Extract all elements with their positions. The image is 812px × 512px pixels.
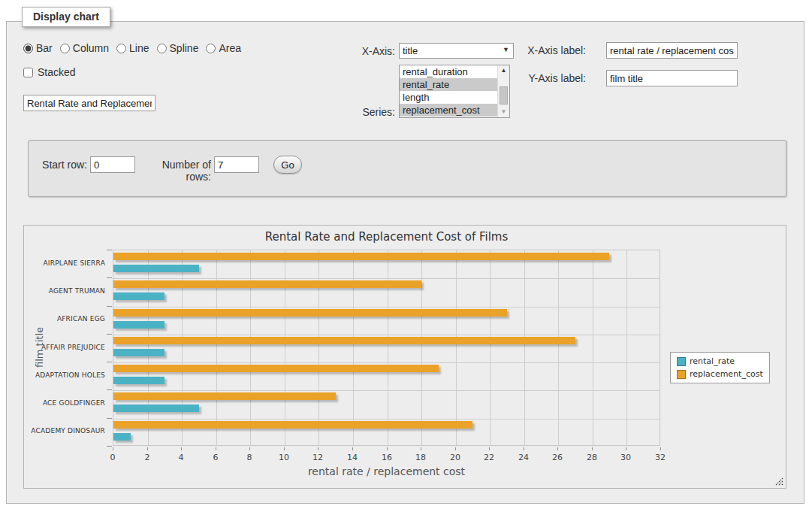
x-tick-label: 22 xyxy=(478,453,500,462)
x-tick xyxy=(592,447,593,450)
x-tick-label: 30 xyxy=(614,453,637,462)
chart-type-radio-line[interactable] xyxy=(116,44,126,53)
chart-type-label: Line xyxy=(129,42,149,54)
chart-type-option-area[interactable]: Area xyxy=(206,42,241,54)
gridline-vertical xyxy=(421,250,422,445)
num-rows-input[interactable] xyxy=(214,156,259,173)
bar-replacement_cost xyxy=(113,280,421,288)
series-option-replacement_cost[interactable]: replacement_cost xyxy=(400,104,497,117)
bar-rental_rate xyxy=(113,433,131,441)
y-tick xyxy=(107,389,112,390)
x-axis-label-label: X-Axis label: xyxy=(506,44,586,56)
legend-label: rental_rate xyxy=(690,356,735,366)
stacked-checkbox[interactable] xyxy=(23,68,33,77)
chart-type-radio-spline[interactable] xyxy=(157,44,167,53)
chart-type-label: Bar xyxy=(36,42,53,54)
bar-rental_rate xyxy=(113,265,199,272)
category-label: AGENT TRUMAN xyxy=(24,287,105,295)
legend-entry-replacement_cost: replacement_cost xyxy=(677,369,763,379)
category-label: AFFAIR PREJUDICE xyxy=(24,344,105,351)
chart-type-label: Spline xyxy=(170,42,199,54)
display-chart-fieldset: Display chart BarColumnLineSplineArea St… xyxy=(6,21,804,504)
chart-type-radio-bar[interactable] xyxy=(23,44,33,53)
gridline-vertical xyxy=(250,250,251,445)
x-tick xyxy=(352,447,353,450)
series-label: Series: xyxy=(320,106,395,118)
y-tick xyxy=(107,306,112,307)
x-tick-label: 4 xyxy=(170,453,192,462)
chart-type-option-bar[interactable]: Bar xyxy=(23,42,53,54)
bar-replacement_cost xyxy=(113,365,439,372)
chart-type-label: Column xyxy=(73,42,109,54)
category-label: ACADEMY DINOSAUR xyxy=(24,427,105,435)
gridline-horizontal xyxy=(113,419,660,420)
gridline-horizontal xyxy=(113,390,660,391)
category-label: AIRPLANE SIERRA xyxy=(24,259,105,267)
series-option-rental_rate[interactable]: rental_rate xyxy=(400,78,497,91)
x-axis-label-input[interactable] xyxy=(606,42,738,59)
x-tick xyxy=(660,447,661,450)
gridline-vertical xyxy=(558,250,559,445)
plot-area xyxy=(113,250,660,446)
resize-handle-icon[interactable] xyxy=(774,477,783,486)
chart-title-input[interactable] xyxy=(23,95,155,111)
x-tick-label: 8 xyxy=(238,453,261,462)
legend-entry-rental_rate: rental_rate xyxy=(677,356,763,366)
x-tick-label: 0 xyxy=(101,453,124,462)
y-axis-label-label: Y-Axis label: xyxy=(506,72,586,84)
y-tick xyxy=(107,250,112,250)
gridline-vertical xyxy=(182,250,183,445)
bar-replacement_cost xyxy=(113,421,472,429)
gridline-vertical xyxy=(388,250,388,445)
y-tick xyxy=(107,362,112,362)
bar-replacement_cost xyxy=(113,337,575,344)
x-tick-label: 20 xyxy=(444,453,466,462)
fieldset-title: Display chart xyxy=(22,7,110,27)
y-tick xyxy=(107,446,112,447)
chart-type-option-column[interactable]: Column xyxy=(60,42,109,54)
gridline-horizontal xyxy=(113,335,660,335)
x-axis-select-label: X-Axis: xyxy=(320,45,395,57)
scroll-down-icon[interactable]: ▼ xyxy=(498,107,509,117)
series-option-length[interactable]: length xyxy=(400,91,497,104)
start-row-input[interactable] xyxy=(90,156,135,173)
go-button[interactable]: Go xyxy=(273,156,302,174)
legend-entries: rental_ratereplacement_cost xyxy=(677,356,763,379)
stacked-label: Stacked xyxy=(38,66,76,78)
x-tick xyxy=(318,447,318,450)
chart-type-label: Area xyxy=(219,42,241,54)
gridline-vertical xyxy=(216,250,217,445)
chart-type-option-spline[interactable]: Spline xyxy=(157,42,199,54)
series-listbox[interactable]: rental_durationrental_ratelengthreplacem… xyxy=(399,65,510,118)
x-tick-label: 2 xyxy=(136,453,158,462)
gridline-vertical xyxy=(593,250,593,445)
legend-swatch xyxy=(677,357,686,366)
gridline-horizontal xyxy=(113,278,660,279)
chart-type-radio-column[interactable] xyxy=(60,44,70,53)
bar-replacement_cost xyxy=(113,309,507,317)
y-axis-label-input[interactable] xyxy=(606,70,738,86)
chart-title: Rental Rate and Replacement Cost of Film… xyxy=(113,230,660,244)
chart-canvas: Rental Rate and Replacement Cost of Film… xyxy=(23,225,786,489)
x-tick-label: 14 xyxy=(341,453,364,462)
series-option-rental_duration[interactable]: rental_duration xyxy=(400,65,497,78)
bar-rental_rate xyxy=(113,321,165,329)
x-tick xyxy=(181,447,182,450)
x-tick xyxy=(524,447,524,450)
x-tick xyxy=(216,447,216,450)
stacked-option[interactable]: Stacked xyxy=(23,65,76,79)
x-tick-label: 16 xyxy=(376,453,398,462)
x-tick xyxy=(147,447,148,450)
scrollbar-thumb[interactable] xyxy=(500,86,508,105)
gridline-horizontal xyxy=(113,362,660,363)
x-tick-label: 18 xyxy=(409,453,432,462)
chart-type-radio-area[interactable] xyxy=(206,44,216,53)
category-label: AFRICAN EGG xyxy=(24,315,105,323)
series-options: rental_durationrental_ratelengthreplacem… xyxy=(400,65,497,117)
chart-type-option-line[interactable]: Line xyxy=(116,42,149,54)
gridline-vertical xyxy=(148,250,149,445)
x-axis-select[interactable]: title xyxy=(399,43,514,59)
x-tick xyxy=(421,447,421,450)
gridline-horizontal xyxy=(113,307,660,308)
chart-legend: rental_ratereplacement_cost xyxy=(670,352,770,383)
